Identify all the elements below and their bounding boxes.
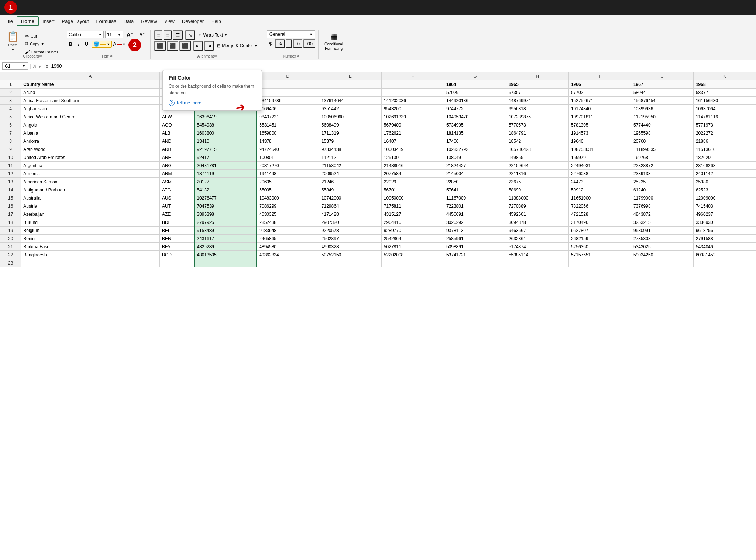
- data-cell[interactable]: 13410: [194, 137, 257, 145]
- data-cell[interactable]: 2682159: [568, 235, 631, 243]
- data-cell[interactable]: 5781305: [568, 121, 631, 129]
- font-expand-icon[interactable]: ⧉: [110, 54, 112, 58]
- data-cell[interactable]: [159, 259, 194, 267]
- data-cell[interactable]: 102832792: [444, 145, 506, 153]
- data-cell[interactable]: 1914573: [568, 129, 631, 137]
- data-cell[interactable]: 4592601: [506, 210, 568, 218]
- data-cell[interactable]: 22850: [444, 178, 506, 186]
- data-cell[interactable]: 5174874: [506, 243, 568, 251]
- data-cell[interactable]: AND: [159, 137, 194, 145]
- data-cell[interactable]: 4171428: [319, 210, 381, 218]
- italic-button[interactable]: I: [76, 40, 82, 48]
- data-cell[interactable]: 134159786: [257, 97, 319, 105]
- data-cell[interactable]: Azerbaijan: [21, 210, 160, 218]
- data-cell[interactable]: 2852438: [257, 218, 319, 227]
- data-cell[interactable]: 4960328: [319, 243, 381, 251]
- data-cell[interactable]: BGD: [159, 251, 194, 259]
- clipboard-expand-icon[interactable]: ⧉: [39, 54, 42, 58]
- data-cell[interactable]: 92417: [194, 153, 257, 162]
- data-cell[interactable]: 4030325: [257, 210, 319, 218]
- menu-home[interactable]: Home: [17, 16, 39, 26]
- column-label-cell[interactable]: [319, 80, 381, 89]
- data-cell[interactable]: 161156430: [693, 97, 756, 105]
- data-cell[interactable]: 1864791: [506, 129, 568, 137]
- align-center-button[interactable]: ⬛: [167, 41, 178, 51]
- data-cell[interactable]: 10950000: [381, 194, 444, 202]
- data-cell[interactable]: 2964416: [381, 218, 444, 227]
- data-cell[interactable]: 97334438: [319, 145, 381, 153]
- data-cell[interactable]: Aruba: [21, 89, 160, 97]
- data-cell[interactable]: 57702: [568, 89, 631, 97]
- data-cell[interactable]: 3170496: [568, 218, 631, 227]
- data-cell[interactable]: 3336930: [693, 218, 756, 227]
- data-cell[interactable]: [506, 259, 568, 267]
- data-cell[interactable]: BFA: [159, 243, 194, 251]
- data-cell[interactable]: 57357: [506, 89, 568, 97]
- data-cell[interactable]: 2465865: [257, 235, 319, 243]
- data-cell[interactable]: 96396419: [194, 113, 257, 121]
- data-cell[interactable]: 1874119: [194, 170, 257, 178]
- data-cell[interactable]: 57029: [444, 89, 506, 97]
- data-cell[interactable]: 169768: [631, 153, 693, 162]
- data-cell[interactable]: 10174840: [568, 105, 631, 113]
- underline-button[interactable]: U: [83, 40, 90, 48]
- data-cell[interactable]: 17466: [444, 137, 506, 145]
- data-cell[interactable]: 2585961: [444, 235, 506, 243]
- data-cell[interactable]: [381, 259, 444, 267]
- data-cell[interactable]: 5608499: [319, 121, 381, 129]
- data-cell[interactable]: 2502897: [319, 235, 381, 243]
- decrease-indent-button[interactable]: ⇤: [193, 41, 203, 51]
- data-cell[interactable]: 94724540: [257, 145, 319, 153]
- copy-button[interactable]: ⧉ Copy ▼: [24, 40, 60, 48]
- data-cell[interactable]: 58377: [693, 89, 756, 97]
- decrease-font-size-button[interactable]: A▼: [137, 31, 148, 38]
- col-header-J[interactable]: J: [631, 72, 693, 80]
- menu-help[interactable]: Help: [207, 17, 225, 25]
- menu-page-layout[interactable]: Page Layout: [58, 17, 93, 25]
- column-label-cell[interactable]: 1967: [631, 80, 693, 89]
- align-top-center-button[interactable]: ≡: [164, 30, 172, 40]
- data-cell[interactable]: Andorra: [21, 137, 160, 145]
- data-cell[interactable]: BEL: [159, 227, 194, 235]
- data-cell[interactable]: Africa Western and Central: [21, 113, 160, 121]
- insert-function-icon[interactable]: fx: [44, 63, 48, 69]
- col-header-G[interactable]: G: [444, 72, 506, 80]
- column-label-cell[interactable]: [257, 80, 319, 89]
- data-cell[interactable]: 20817270: [257, 162, 319, 170]
- data-cell[interactable]: [568, 259, 631, 267]
- data-cell[interactable]: 15379: [319, 137, 381, 145]
- data-cell[interactable]: BDI: [159, 218, 194, 227]
- data-cell[interactable]: ARE: [159, 153, 194, 162]
- data-cell[interactable]: 61240: [631, 186, 693, 194]
- data-cell[interactable]: 49362834: [257, 251, 319, 259]
- data-cell[interactable]: 1659800: [257, 129, 319, 137]
- data-cell[interactable]: [21, 259, 160, 267]
- menu-data[interactable]: Data: [120, 17, 137, 25]
- data-cell[interactable]: 11388000: [506, 194, 568, 202]
- col-header-D[interactable]: D: [257, 72, 319, 80]
- data-cell[interactable]: 2009524: [319, 170, 381, 178]
- data-cell[interactable]: 125130: [381, 153, 444, 162]
- angle-text-button[interactable]: ⤡: [185, 30, 195, 40]
- data-cell[interactable]: 11651000: [568, 194, 631, 202]
- data-cell[interactable]: 21824427: [444, 162, 506, 170]
- data-cell[interactable]: Angola: [21, 121, 160, 129]
- data-cell[interactable]: 55849: [319, 186, 381, 194]
- data-cell[interactable]: ARB: [159, 145, 194, 153]
- data-cell[interactable]: Afghanistan: [21, 105, 160, 113]
- merge-center-button[interactable]: ⊞ Merge & Center ▼: [215, 42, 260, 50]
- data-cell[interactable]: 138049: [444, 153, 506, 162]
- data-cell[interactable]: 5434046: [693, 243, 756, 251]
- data-cell[interactable]: 4843872: [631, 210, 693, 218]
- data-cell[interactable]: 10483000: [257, 194, 319, 202]
- data-cell[interactable]: 152752671: [568, 97, 631, 105]
- data-cell[interactable]: 4456691: [444, 210, 506, 218]
- align-top-right-button[interactable]: ☰: [173, 30, 183, 40]
- alignment-expand-icon[interactable]: ⧉: [214, 54, 217, 58]
- data-cell[interactable]: 112195950: [631, 113, 693, 121]
- data-cell[interactable]: 159979: [568, 153, 631, 162]
- menu-developer[interactable]: Developer: [178, 17, 207, 25]
- data-cell[interactable]: 107289875: [506, 113, 568, 121]
- data-cell[interactable]: 2276038: [568, 170, 631, 178]
- data-cell[interactable]: [444, 259, 506, 267]
